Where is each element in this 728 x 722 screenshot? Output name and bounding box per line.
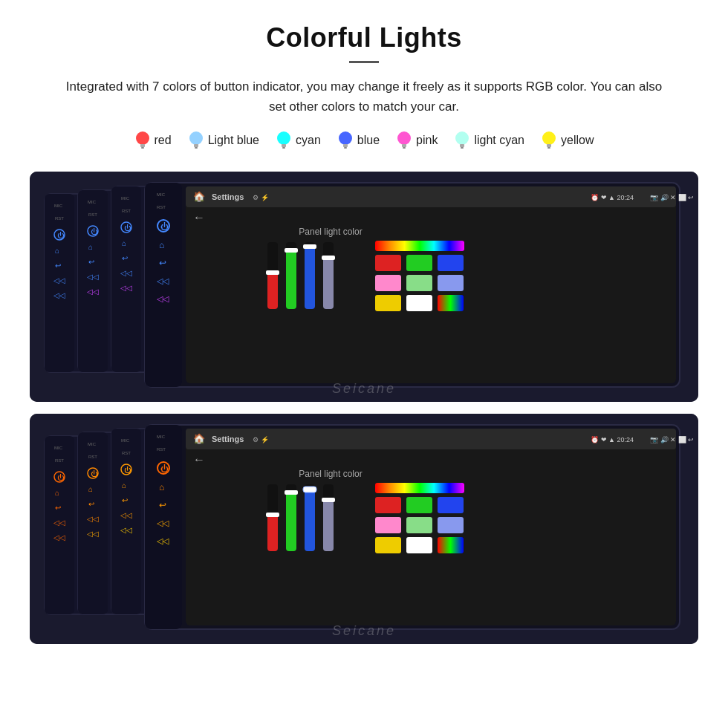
svg-text:⌂: ⌂ [159,240,164,250]
svg-text:⌂: ⌂ [88,485,93,493]
svg-rect-10 [343,144,348,147]
svg-text:Settings: Settings [212,435,244,443]
svg-text:↩: ↩ [55,504,61,512]
svg-rect-90 [438,255,464,271]
svg-text:📷 🔊 ✕ ⬜ ↩: 📷 🔊 ✕ ⬜ ↩ [650,435,694,444]
svg-rect-79 [286,250,296,309]
svg-text:RST: RST [55,458,64,463]
svg-rect-168 [406,517,432,533]
svg-rect-155 [286,492,296,551]
color-label-red: red [155,134,172,147]
svg-text:←: ← [193,211,205,224]
description-text: Integrated with 7 colors of button indic… [59,77,669,117]
svg-point-9 [339,131,352,145]
svg-text:RST: RST [88,455,97,459]
svg-text:RST: RST [55,216,64,221]
svg-text:◁◁: ◁◁ [53,533,65,542]
svg-rect-4 [194,144,198,147]
svg-text:⏻: ⏻ [91,228,98,235]
svg-text:MIC: MIC [88,200,97,204]
svg-rect-2 [141,147,144,149]
svg-text:RST: RST [122,451,131,455]
svg-point-0 [136,131,149,145]
svg-rect-91 [375,275,401,291]
svg-rect-14 [403,147,406,149]
svg-rect-94 [375,295,401,311]
svg-rect-172 [438,537,464,553]
svg-text:⏻: ⏻ [57,232,65,239]
svg-text:⏰ ❤ ▲ 20:24: ⏰ ❤ ▲ 20:24 [591,435,634,444]
svg-rect-35 [78,190,108,372]
svg-text:⏻: ⏻ [124,466,131,474]
svg-rect-80 [285,248,298,253]
svg-text:◁◁: ◁◁ [157,536,169,545]
svg-rect-11 [344,147,347,149]
svg-text:⏰ ❤ ▲ 20:24: ⏰ ❤ ▲ 20:24 [591,193,634,202]
svg-text:◁◁: ◁◁ [157,518,169,527]
svg-point-12 [397,131,411,145]
color-item-yellow: yellow [541,130,594,151]
svg-text:◁◁: ◁◁ [120,526,132,534]
svg-text:↩: ↩ [159,500,166,510]
top-device-svg: MIC RST ⏻ ⌂ ↩ ◁◁ ◁◁ [30,172,698,402]
svg-text:◁◁: ◁◁ [53,276,65,284]
svg-text:↩: ↩ [122,496,128,504]
lightblue-bulb-icon [188,130,204,151]
bottom-device-section: MIC RST ⏻ ⌂ ↩ ◁◁ ◁◁ MIC RST ⏻ ⌂ ↩ ◁◁ [30,414,698,644]
svg-rect-92 [406,275,432,291]
svg-rect-95 [406,295,432,311]
color-item-lightblue: Light blue [188,130,259,151]
svg-text:🏠: 🏠 [193,432,206,445]
page-wrapper: Colorful Lights Integrated with 7 colors… [0,0,728,666]
color-item-blue: blue [337,130,380,151]
svg-rect-166 [438,497,464,513]
svg-point-18 [542,131,556,145]
color-item-red: red [134,130,172,151]
svg-text:↩: ↩ [122,254,128,262]
svg-rect-122 [111,429,141,614]
svg-rect-86 [322,256,335,260]
svg-text:⌂: ⌂ [122,481,126,490]
svg-rect-165 [406,497,432,513]
svg-text:MIC: MIC [54,446,63,450]
svg-text:⏻: ⏻ [57,474,65,481]
svg-text:←: ← [193,453,205,466]
svg-rect-85 [323,257,334,309]
svg-rect-161 [323,499,334,551]
pink-bulb-icon [396,130,412,151]
svg-rect-93 [438,275,464,291]
svg-text:Seicane: Seicane [332,623,396,638]
svg-text:Panel light color: Panel light color [299,227,362,237]
svg-rect-164 [375,497,401,513]
svg-rect-20 [547,147,550,149]
svg-text:⌂: ⌂ [55,247,59,255]
svg-rect-87 [375,241,464,251]
svg-rect-82 [305,246,315,309]
svg-rect-16 [460,144,464,147]
svg-text:Panel light color: Panel light color [299,469,362,479]
svg-rect-159 [303,487,316,492]
svg-point-3 [189,131,203,145]
svg-rect-1 [140,144,145,147]
svg-rect-111 [78,432,108,614]
color-item-pink: pink [396,130,438,151]
red-bulb-icon [134,130,151,151]
svg-text:◁◁: ◁◁ [157,294,169,303]
bottom-device-svg: MIC RST ⏻ ⌂ ↩ ◁◁ ◁◁ MIC RST ⏻ ⌂ ↩ ◁◁ [30,414,698,644]
svg-rect-169 [438,517,464,533]
svg-rect-171 [406,537,432,553]
svg-text:⏻: ⏻ [91,470,98,478]
svg-rect-19 [547,144,551,147]
svg-rect-162 [322,498,335,502]
svg-rect-158 [305,488,315,551]
svg-text:⏻: ⏻ [160,222,169,231]
color-label-pink: pink [416,134,438,147]
color-label-lightcyan: light cyan [474,134,524,147]
svg-text:↩: ↩ [88,500,94,508]
svg-text:↩: ↩ [55,261,61,270]
svg-text:⚙ ⚡: ⚙ ⚡ [253,435,270,444]
color-item-lightcyan: light cyan [454,130,524,151]
svg-rect-76 [267,272,278,309]
svg-rect-46 [111,186,141,372]
svg-text:◁◁: ◁◁ [120,269,132,277]
